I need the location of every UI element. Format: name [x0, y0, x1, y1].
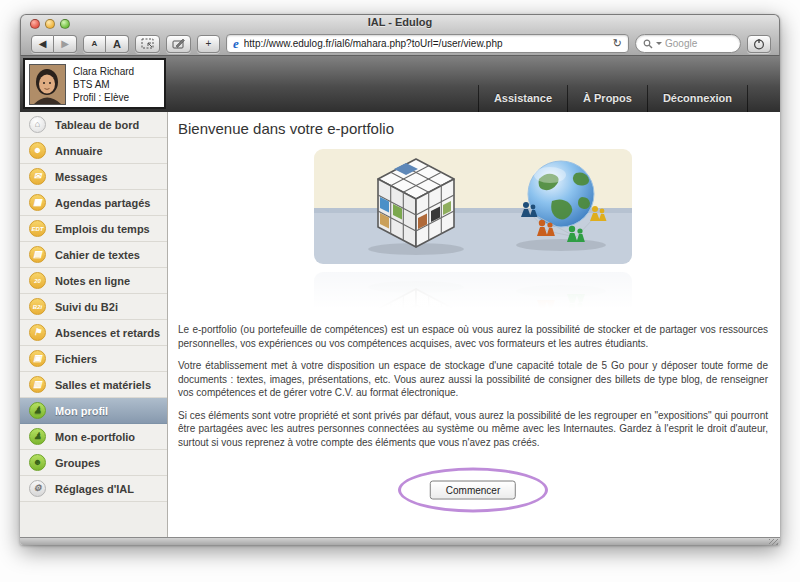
sidebar-item-messages[interactable]: ✉Messages	[20, 164, 167, 190]
page-title: Bienvenue dans votre e-portfolio	[178, 120, 768, 137]
sidebar-item-agendas-partages[interactable]: ▦Agendas partagés	[20, 190, 167, 216]
back-button[interactable]: ◀	[31, 35, 54, 53]
annotate-button[interactable]	[166, 35, 191, 53]
history-buttons: ◀ ▶	[31, 35, 77, 53]
hero-reflection	[314, 268, 632, 314]
webclip-button[interactable]	[135, 35, 160, 53]
report-button[interactable]	[747, 35, 771, 53]
profile-text: Clara Richard BTS AM Profil : Elève	[73, 64, 134, 103]
sidebar-item-fichiers[interactable]: ▣Fichiers	[20, 346, 167, 372]
avatar	[29, 64, 66, 105]
messages-icon: ✉	[29, 168, 46, 185]
browser-chrome: IAL - Edulog ◀ ▶ A A + e ↻	[20, 14, 780, 56]
sidebar-item-mon-profil[interactable]: ♟Mon profil	[20, 398, 167, 424]
sidebar-item-reglages-ial[interactable]: ⚙Réglages d'IAL	[20, 476, 167, 502]
sidebar-item-annuaire[interactable]: ☻Annuaire	[20, 138, 167, 164]
back-icon: ◀	[39, 38, 47, 49]
b2i-icon: B2i	[29, 298, 46, 315]
url-input[interactable]	[244, 38, 608, 49]
app-body: ⌂Tableau de bord ☻Annuaire ✉Messages ▦Ag…	[20, 112, 780, 537]
shared-calendars-icon: ▦	[29, 194, 46, 211]
search-engine-chevron-icon[interactable]	[656, 42, 662, 45]
intro-paragraph-1: Le e-portfolio (ou portefeuille de compé…	[178, 323, 768, 350]
sidebar-item-absences-et-retards[interactable]: ⚑Absences et retards	[20, 320, 167, 346]
search-input[interactable]	[665, 38, 725, 49]
text-size-buttons: A A	[83, 35, 129, 53]
webclip-icon	[141, 38, 154, 49]
profile-card: Clara Richard BTS AM Profil : Elève	[23, 58, 166, 109]
plus-icon: +	[206, 38, 212, 49]
sidebar-item-groupes[interactable]: ☻Groupes	[20, 450, 167, 476]
browser-window: IAL - Edulog ◀ ▶ A A + e ↻	[20, 14, 780, 545]
resize-grip[interactable]	[769, 539, 778, 545]
profile-role: Profil : Elève	[73, 91, 134, 104]
profile-icon: ♟	[29, 402, 46, 419]
settings-icon: ⚙	[29, 480, 46, 497]
app-header: Clara Richard BTS AM Profil : Elève Assi…	[20, 56, 780, 112]
app-nav: Assistance À Propos Déconnexion	[478, 85, 748, 112]
search-icon	[643, 39, 653, 49]
directory-icon: ☻	[29, 142, 46, 159]
dashboard-icon: ⌂	[29, 116, 46, 133]
eportfolio-hero-image	[314, 149, 632, 268]
sidebar-item-salles-et-materiels[interactable]: ▥Salles et matériels	[20, 372, 167, 398]
nav-assistance[interactable]: Assistance	[478, 85, 567, 112]
site-favicon-icon: e	[233, 37, 239, 50]
commencer-button[interactable]: Commencer	[430, 481, 516, 500]
power-icon	[753, 38, 765, 50]
titlebar: IAL - Edulog	[21, 15, 779, 31]
groups-icon: ☻	[29, 454, 46, 471]
cta-area: Commencer	[178, 461, 768, 519]
timetable-icon: EDT	[29, 220, 46, 237]
address-bar[interactable]: e ↻	[226, 34, 629, 53]
rooms-equipment-icon: ▥	[29, 376, 46, 393]
sidebar-item-notes-en-ligne[interactable]: 20Notes en ligne	[20, 268, 167, 294]
nav-deconnexion[interactable]: Déconnexion	[647, 85, 748, 112]
window-title: IAL - Edulog	[21, 15, 779, 30]
homework-book-icon: ▤	[29, 246, 46, 263]
sidebar-item-mon-e-portfolio[interactable]: ♟Mon e-portfolio	[20, 424, 167, 450]
search-field[interactable]	[635, 34, 741, 53]
nav-a-propos[interactable]: À Propos	[567, 85, 647, 112]
sidebar-item-cahier-de-textes[interactable]: ▤Cahier de textes	[20, 242, 167, 268]
sidebar-item-emplois-du-temps[interactable]: EDTEmplois du temps	[20, 216, 167, 242]
text-larger-button[interactable]: A	[106, 35, 129, 53]
window-controls	[30, 19, 70, 29]
forward-button[interactable]: ▶	[54, 35, 77, 53]
minimize-window-button[interactable]	[45, 19, 55, 29]
text-smaller-button[interactable]: A	[83, 35, 106, 53]
add-bookmark-button[interactable]: +	[197, 35, 220, 53]
browser-toolbar: ◀ ▶ A A + e ↻	[21, 31, 779, 55]
pencil-icon	[172, 38, 185, 49]
close-window-button[interactable]	[30, 19, 40, 29]
sidebar-item-tableau-de-bord[interactable]: ⌂Tableau de bord	[20, 112, 167, 138]
status-bar	[20, 537, 780, 545]
eportfolio-icon: ♟	[29, 428, 46, 445]
files-icon: ▣	[29, 350, 46, 367]
avatar-photo	[30, 65, 65, 104]
forward-icon: ▶	[61, 38, 69, 49]
absences-icon: ⚑	[29, 324, 46, 341]
intro-paragraph-3: Si ces éléments sont votre propriété et …	[178, 409, 768, 450]
zoom-window-button[interactable]	[60, 19, 70, 29]
profile-name: Clara Richard	[73, 65, 134, 78]
grades-icon: 20	[29, 272, 46, 289]
sidebar: ⌂Tableau de bord ☻Annuaire ✉Messages ▦Ag…	[20, 112, 168, 537]
sidebar-item-suivi-du-b2i[interactable]: B2iSuivi du B2i	[20, 294, 167, 320]
reload-icon[interactable]: ↻	[613, 37, 622, 50]
intro-paragraph-2: Votre établissement met à votre disposit…	[178, 359, 768, 400]
main-content: Bienvenue dans votre e-portfolio	[168, 112, 780, 537]
profile-group: BTS AM	[73, 78, 134, 91]
